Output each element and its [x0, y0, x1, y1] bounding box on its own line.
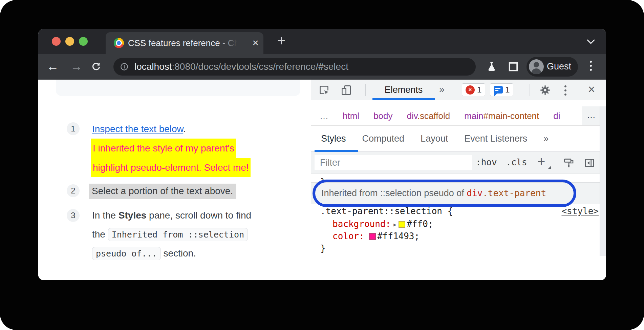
highlight-line-1: I inherited the style of my parent's	[91, 139, 236, 158]
traffic-light-minimize[interactable]	[65, 37, 74, 46]
device-toolbar-icon[interactable]	[341, 85, 352, 97]
css-rule-selector[interactable]: .text-parent::selection {	[320, 205, 453, 217]
breadcrumb-ellipsis[interactable]: …	[320, 111, 328, 121]
tab-close-icon[interactable]: ×	[252, 32, 259, 54]
browser-tab[interactable]: CSS features reference - Chron ×	[106, 32, 263, 54]
address-bar[interactable]: localhost:8080/docs/devtools/css/referen…	[113, 58, 476, 76]
step-3-line3-post: section.	[161, 248, 196, 259]
breadcrumb-overflow-button[interactable]: …	[582, 106, 600, 125]
new-style-rule-button[interactable]: +	[537, 152, 545, 173]
step-number-badge: 3	[67, 209, 80, 222]
css-rule-closing-brace: }	[320, 242, 326, 254]
more-panels-icon[interactable]: »	[435, 80, 449, 100]
chevron-down-icon[interactable]	[586, 39, 595, 46]
devtools-menu-icon[interactable]	[564, 85, 566, 96]
color-swatch-yellow[interactable]	[399, 221, 405, 228]
step-3-pre: In the	[92, 210, 119, 221]
breadcrumb-item-body[interactable]: body	[373, 111, 392, 121]
new-rule-corner-triangle	[548, 166, 551, 169]
sidebar-toggle-icon[interactable]	[584, 158, 595, 170]
chrome-favicon-icon	[114, 38, 124, 48]
expand-triangle-icon[interactable]: ▶	[393, 219, 396, 231]
issues-bubble-icon	[494, 86, 503, 94]
back-button[interactable]: ←	[44, 54, 61, 80]
toggle-class-editor[interactable]: .cls	[506, 152, 527, 173]
experiments-flask-icon[interactable]	[487, 61, 497, 74]
styles-filter-bar: :hov .cls +	[311, 152, 606, 173]
issues-badge[interactable]: 1	[490, 83, 513, 96]
toolbar-divider	[365, 84, 366, 96]
settings-gear-icon[interactable]	[540, 85, 551, 97]
dom-breadcrumb: … html body div.scaffold main#main-conte…	[311, 106, 606, 126]
step-3-bold: Styles	[119, 210, 147, 221]
tab-styles[interactable]: Styles	[321, 133, 346, 144]
breadcrumb-item-div-scaffold[interactable]: div.scaffold	[407, 111, 450, 121]
side-panel-icon[interactable]	[508, 62, 518, 73]
callout-card-bottom	[56, 80, 300, 96]
css-property-background[interactable]: background:▶#ff0;	[332, 218, 433, 230]
rendering-paint-icon[interactable]	[563, 158, 574, 170]
style-origin-link[interactable]: <style>	[561, 205, 599, 217]
error-icon: ×	[466, 85, 475, 95]
css-property-color[interactable]: color:#ff1493;	[332, 230, 420, 242]
inline-code-2: pseudo of...	[92, 247, 161, 260]
breadcrumb-item-truncated[interactable]: di	[553, 111, 560, 121]
url-path: :8080/docs/devtools/css/reference/#selec…	[172, 61, 348, 72]
issue-count: 1	[505, 85, 510, 95]
highlight-line-2: highlight pseudo-element. Select me!	[91, 158, 251, 177]
url-host: localhost	[134, 61, 172, 72]
devtools-panel: Elements » × 1 1	[311, 80, 606, 280]
forward-button[interactable]: →	[68, 54, 85, 80]
new-tab-button[interactable]: +	[271, 29, 292, 54]
browser-menu-icon[interactable]	[590, 61, 592, 71]
browser-window: CSS features reference - Chron × + ← → l…	[38, 29, 606, 280]
breadcrumb-item-main[interactable]: main#main-content	[464, 111, 539, 121]
inspect-element-icon[interactable]	[319, 85, 329, 97]
url-text: localhost:8080/docs/devtools/css/referen…	[134, 58, 348, 76]
step-number-badge: 1	[67, 122, 80, 135]
annotation-oval	[313, 180, 576, 207]
tab-event-listeners[interactable]: Event Listeners	[464, 133, 527, 144]
page-content: 1 Inspect the text below. I inherited th…	[38, 80, 311, 280]
traffic-light-close[interactable]	[52, 37, 61, 46]
css-value-background: #ff0;	[407, 219, 433, 229]
reload-button[interactable]	[91, 62, 101, 73]
tab-layout[interactable]: Layout	[421, 133, 448, 144]
toggle-hover-state[interactable]: :hov	[476, 152, 497, 173]
step-1-text: Inspect the text below.	[92, 122, 186, 137]
step-2-text: Select a portion of the text above.	[89, 182, 236, 200]
error-count: 1	[477, 85, 481, 95]
inspect-text-link[interactable]: Inspect the text below	[92, 124, 183, 134]
step-number-badge: 2	[67, 184, 80, 197]
selected-text: Select a portion of the text above.	[89, 184, 236, 199]
tab-title-fade	[219, 32, 240, 54]
filter-input[interactable]	[315, 155, 472, 170]
elements-tab-underline	[372, 98, 435, 100]
step-3-line-3: pseudo of... section.	[92, 244, 196, 263]
styles-sidebar-tabs: Styles Computed Layout Event Listeners »	[311, 126, 606, 152]
sidebar-more-tabs-icon[interactable]: »	[543, 133, 549, 144]
avatar	[529, 59, 544, 74]
breadcrumb-item-html[interactable]: html	[343, 111, 359, 121]
color-swatch-pink[interactable]	[369, 233, 376, 240]
step-3-line2-pre: the	[92, 229, 108, 240]
step-3-line-1: In the Styles pane, scroll down to find	[92, 208, 251, 223]
step-1-period: .	[183, 124, 186, 134]
site-info-icon[interactable]	[120, 63, 128, 72]
css-value-color: #ff1493;	[377, 231, 420, 241]
devtools-close-icon[interactable]: ×	[582, 80, 601, 100]
step-3-line-2: the Inherited from ::selection	[92, 225, 248, 244]
profile-chip[interactable]: Guest	[527, 57, 578, 77]
scrollbar-gutter[interactable]	[600, 106, 606, 256]
traffic-light-zoom[interactable]	[79, 37, 88, 46]
toolbar-divider	[530, 84, 530, 96]
step-3-post: pane, scroll down to find	[146, 210, 251, 221]
console-errors-badge[interactable]: × 1	[462, 83, 485, 96]
inline-code-1: Inherited from ::selection	[108, 228, 248, 241]
tab-computed[interactable]: Computed	[362, 133, 405, 144]
profile-name: Guest	[547, 57, 571, 77]
screenshot-canvas: CSS features reference - Chron × + ← → l…	[0, 0, 644, 330]
tab-elements[interactable]: Elements	[372, 80, 435, 100]
highlighted-demo-text[interactable]: I inherited the style of my parent's hig…	[91, 139, 251, 177]
styles-pane-bottom-border	[311, 256, 606, 256]
